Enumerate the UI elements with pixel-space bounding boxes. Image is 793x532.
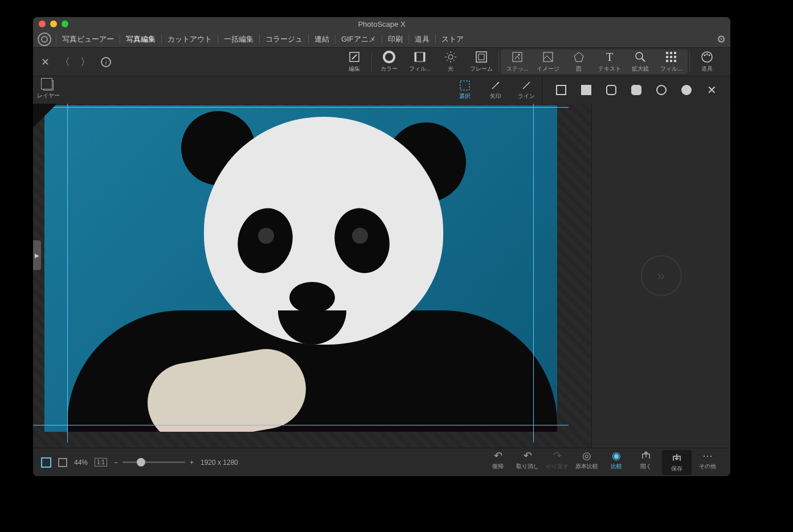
tool-text[interactable]: T テキスト bbox=[594, 51, 625, 73]
svg-point-20 bbox=[636, 52, 643, 59]
line-tool[interactable]: ライン bbox=[511, 80, 542, 100]
svg-line-12 bbox=[447, 60, 448, 61]
maximize-window-button[interactable] bbox=[62, 21, 68, 27]
svg-point-33 bbox=[706, 54, 708, 55]
svg-line-10 bbox=[447, 53, 448, 54]
film-icon bbox=[414, 51, 426, 63]
svg-line-13 bbox=[453, 53, 455, 54]
svg-line-11 bbox=[453, 60, 455, 61]
compare-original-button[interactable]: ◎原本比較 bbox=[572, 450, 602, 475]
more-icon: ⋯ bbox=[702, 450, 713, 461]
zoom-out-icon[interactable]: − bbox=[114, 459, 118, 466]
compare-button[interactable]: ◉比較 bbox=[602, 450, 631, 475]
tool-magnifier[interactable]: 拡大鏡 bbox=[625, 51, 656, 73]
light-icon bbox=[444, 51, 457, 63]
svg-point-17 bbox=[518, 54, 520, 56]
tool-film[interactable]: フィル... bbox=[404, 51, 435, 73]
undo-icon: ↶ bbox=[524, 450, 532, 461]
compare-orig-icon: ◎ bbox=[582, 450, 591, 461]
open-icon bbox=[641, 450, 651, 461]
tab-tools[interactable]: 道具 bbox=[408, 35, 435, 44]
redo-icon: ↷ bbox=[553, 450, 562, 461]
sticker-icon bbox=[511, 51, 524, 63]
tab-collage[interactable]: コラージュ bbox=[259, 35, 308, 44]
svg-rect-29 bbox=[670, 60, 672, 62]
apply-button[interactable]: » bbox=[641, 255, 682, 296]
canvas-image[interactable] bbox=[44, 105, 557, 432]
shape-rounded-outline[interactable] bbox=[606, 85, 616, 95]
tool-sticker[interactable]: ステッ... bbox=[502, 51, 533, 73]
redo-button[interactable]: ↷やり直す bbox=[542, 450, 572, 475]
shape-circle-outline[interactable] bbox=[656, 85, 667, 95]
tool-color[interactable]: カラー bbox=[374, 51, 404, 73]
svg-rect-26 bbox=[670, 56, 672, 58]
select-tool[interactable]: 選択 bbox=[449, 80, 480, 100]
palette-icon bbox=[701, 51, 713, 63]
close-window-button[interactable] bbox=[39, 21, 46, 27]
minimize-window-button[interactable] bbox=[50, 21, 57, 27]
tool-shape[interactable]: 図 bbox=[563, 51, 594, 73]
text-icon: T bbox=[603, 51, 616, 63]
shape-square-outline[interactable] bbox=[556, 85, 566, 95]
close-shape-options[interactable]: ✕ bbox=[706, 85, 717, 95]
tool-tools[interactable]: 道具 bbox=[692, 51, 722, 73]
next-icon[interactable]: 〉 bbox=[80, 55, 91, 69]
undo-button[interactable]: ↶取り消し bbox=[513, 450, 542, 475]
sub-toolbar: レイヤー 選択 矢印 ライン ✕ bbox=[33, 76, 730, 104]
zoom-in-icon[interactable]: + bbox=[190, 459, 194, 466]
tab-print[interactable]: 印刷 bbox=[382, 35, 408, 44]
sidebar-expand-handle[interactable]: ▶ bbox=[33, 240, 41, 270]
save-icon bbox=[672, 452, 682, 464]
prev-icon[interactable]: 〈 bbox=[60, 55, 70, 69]
color-icon bbox=[383, 51, 395, 63]
arrow-tool[interactable]: 矢印 bbox=[480, 80, 511, 100]
tab-combine[interactable]: 連結 bbox=[308, 35, 335, 44]
tab-cutout[interactable]: カットアウト bbox=[161, 35, 218, 44]
info-icon[interactable]: i bbox=[101, 57, 111, 67]
svg-rect-30 bbox=[674, 60, 676, 62]
svg-line-38 bbox=[523, 82, 530, 89]
shape-rounded-filled[interactable] bbox=[631, 85, 641, 95]
tab-editor[interactable]: 写真編集 bbox=[120, 35, 161, 44]
more-button[interactable]: ⋯その他 bbox=[693, 450, 722, 475]
tab-viewer[interactable]: 写真ビューアー bbox=[56, 35, 120, 44]
editor-toolbar: ✕ 〈 〉 i 編集 カラー フィル... 光 フレーム bbox=[33, 48, 730, 76]
zoom-actual-button[interactable]: 1:1 bbox=[95, 458, 107, 466]
canvas-area[interactable]: PRO bbox=[33, 104, 591, 448]
image-content bbox=[44, 105, 557, 432]
arrow-icon bbox=[490, 80, 501, 91]
app-logo-icon[interactable] bbox=[38, 32, 51, 46]
app-window: PhotoScape X 写真ビューアー 写真編集 カットアウト 一括編集 コラ… bbox=[33, 17, 730, 476]
open-button[interactable]: 開く bbox=[631, 450, 661, 475]
svg-rect-22 bbox=[666, 52, 668, 54]
svg-rect-4 bbox=[423, 52, 425, 62]
svg-rect-23 bbox=[670, 52, 672, 54]
revert-button[interactable]: ↶復帰 bbox=[483, 450, 513, 475]
tool-light[interactable]: 光 bbox=[435, 51, 466, 73]
save-button[interactable]: 保存 bbox=[662, 450, 692, 475]
svg-rect-3 bbox=[415, 52, 416, 62]
svg-rect-35 bbox=[460, 81, 469, 90]
shape-circle-filled[interactable] bbox=[681, 85, 692, 95]
window-title: PhotoScape X bbox=[33, 20, 730, 28]
layers-button[interactable]: レイヤー bbox=[33, 80, 64, 100]
crop-icon[interactable] bbox=[41, 457, 51, 468]
svg-rect-28 bbox=[666, 60, 668, 62]
zoom-slider[interactable]: − + bbox=[114, 459, 194, 466]
tool-image[interactable]: イメージ bbox=[533, 51, 563, 73]
tab-batch[interactable]: 一括編集 bbox=[218, 35, 259, 44]
tool-frame[interactable]: フレーム bbox=[466, 51, 497, 73]
svg-rect-16 bbox=[513, 52, 522, 62]
tab-gif[interactable]: GIFアニメ bbox=[335, 35, 382, 44]
image-icon bbox=[542, 51, 554, 63]
close-icon[interactable]: ✕ bbox=[41, 56, 50, 68]
workspace: ▶ PRO » bbox=[33, 104, 730, 448]
settings-gear-icon[interactable]: ⚙ bbox=[717, 33, 726, 46]
tab-store[interactable]: ストア bbox=[435, 35, 469, 44]
line-icon bbox=[521, 80, 532, 91]
background-icon[interactable] bbox=[58, 458, 67, 467]
shape-options: ✕ bbox=[542, 76, 730, 104]
shape-square-filled[interactable] bbox=[581, 85, 591, 95]
tool-filter[interactable]: フィル... bbox=[656, 51, 686, 73]
tool-edit[interactable]: 編集 bbox=[339, 51, 370, 73]
